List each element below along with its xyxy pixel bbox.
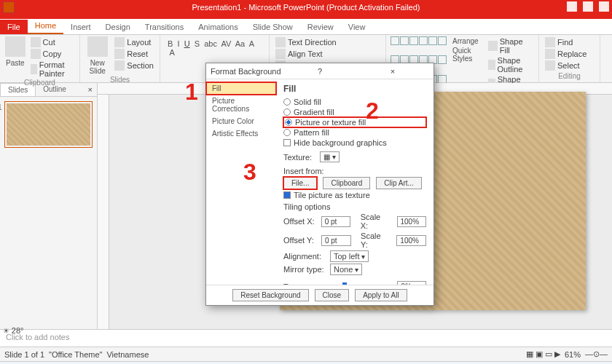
ribbon-tabs: File Home Insert Design Transitions Anim… xyxy=(0,19,612,35)
radio-gradient[interactable] xyxy=(283,108,291,116)
outline-icon xyxy=(488,60,495,70)
tab-transitions[interactable]: Transitions xyxy=(138,20,191,34)
text-direction-icon xyxy=(275,37,286,47)
section-icon xyxy=(114,60,125,71)
notes-pane[interactable]: Click to add notes xyxy=(0,329,612,347)
dialog-close-button[interactable]: × xyxy=(356,67,429,76)
align-text-button[interactable]: Align Text xyxy=(274,48,381,60)
file-button[interactable]: File... xyxy=(283,177,317,189)
tab-insert[interactable]: Insert xyxy=(63,20,98,34)
tab-design[interactable]: Design xyxy=(98,20,138,34)
zoom-level[interactable]: 61% xyxy=(565,350,581,359)
tab-home[interactable]: Home xyxy=(28,18,63,34)
status-bar: Slide 1 of 1 "Office Theme" Vietnamese ▦… xyxy=(0,347,612,361)
dialog-content: Fill Solid fill Gradient fill Picture or… xyxy=(276,79,434,285)
fill-icon xyxy=(488,41,498,51)
tab-review[interactable]: Review xyxy=(300,20,341,34)
replace-button[interactable]: Replace xyxy=(544,48,595,60)
window-title: Presentation1 - Microsoft PowerPoint (Pr… xyxy=(192,3,420,12)
offset-y-input[interactable]: 0 pt xyxy=(321,235,351,246)
alignment-select[interactable]: Top left ▾ xyxy=(330,250,369,262)
select-button[interactable]: Select xyxy=(544,60,595,71)
shape-fill-button[interactable]: Shape Fill xyxy=(487,36,534,55)
thumbnail-preview xyxy=(7,103,90,146)
theme-name: "Office Theme" xyxy=(49,350,102,359)
callout-3: 3 xyxy=(243,159,256,186)
reset-button[interactable]: Reset xyxy=(113,48,155,60)
find-button[interactable]: Find xyxy=(544,36,595,48)
copy-icon xyxy=(31,49,41,59)
callout-2: 2 xyxy=(366,98,379,124)
window-titlebar: Presentation1 - Microsoft PowerPoint (Pr… xyxy=(0,0,612,15)
tab-view[interactable]: View xyxy=(341,20,373,34)
scale-x-input[interactable]: 100% xyxy=(397,216,426,227)
paste-button[interactable]: Paste xyxy=(4,58,26,68)
radio-solid[interactable] xyxy=(283,98,291,106)
reset-background-button[interactable]: Reset Background xyxy=(232,289,308,301)
vertical-ruler xyxy=(98,95,109,329)
language[interactable]: Vietnamese xyxy=(106,350,149,359)
group-label: Clipboard xyxy=(4,79,75,87)
fill-heading: Fill xyxy=(283,84,426,94)
text-direction-button[interactable]: Text Direction xyxy=(274,36,381,48)
tab-file[interactable]: File xyxy=(0,20,28,34)
offset-x-input[interactable]: 0 pt xyxy=(321,216,350,227)
check-hide-graphics[interactable] xyxy=(283,139,291,146)
arrange-button[interactable]: Arrange xyxy=(451,36,482,46)
layout-icon xyxy=(114,37,125,47)
nav-artistic-effects[interactable]: Artistic Effects xyxy=(206,127,276,140)
copy-button[interactable]: Copy xyxy=(29,48,75,60)
clipboard-button[interactable]: Clipboard xyxy=(323,177,370,189)
check-tile[interactable] xyxy=(283,191,291,199)
format-background-dialog: Format Background ? × Fill Picture Corre… xyxy=(205,63,434,306)
radio-pattern[interactable] xyxy=(283,129,291,136)
format-painter-button[interactable]: Format Painter xyxy=(29,60,75,79)
find-icon xyxy=(545,37,555,47)
clipart-button[interactable]: Clip Art... xyxy=(376,177,422,189)
radio-picture-texture[interactable] xyxy=(285,119,292,126)
scale-y-input[interactable]: 100% xyxy=(396,235,426,246)
nav-fill[interactable]: Fill xyxy=(206,82,276,95)
callout-1: 1 xyxy=(185,79,198,106)
windows-taskbar: 🔍Search ^ ENG INTL 📶 🔊 🔋 12:3 12/06 xyxy=(0,361,612,364)
cut-button[interactable]: Cut xyxy=(29,36,75,48)
close-dialog-button[interactable]: Close xyxy=(315,289,350,301)
minimize-button[interactable] xyxy=(567,1,577,12)
weather-widget[interactable]: ☀ 28° xyxy=(3,326,23,335)
texture-picker[interactable]: ▦ ▾ xyxy=(320,151,340,162)
dialog-titlebar[interactable]: Format Background ? × xyxy=(206,63,434,79)
paste-icon[interactable] xyxy=(5,36,26,57)
align-icon xyxy=(275,49,286,59)
new-slide-button[interactable]: New Slide xyxy=(85,58,110,76)
panel-close-icon[interactable]: × xyxy=(84,83,97,96)
mirror-select[interactable]: None ▾ xyxy=(330,264,362,275)
view-buttons[interactable]: ▦ ▣ ▭ ▶ xyxy=(526,349,560,359)
quick-styles-button[interactable]: Quick Styles xyxy=(451,46,482,63)
nav-picture-color[interactable]: Picture Color xyxy=(206,115,276,127)
close-button[interactable] xyxy=(599,1,609,12)
select-icon xyxy=(545,60,555,71)
zoom-slider[interactable]: —⊙— xyxy=(585,349,608,359)
help-button[interactable]: ? xyxy=(283,67,356,76)
section-button[interactable]: Section xyxy=(113,60,155,71)
brush-icon xyxy=(31,64,37,74)
tab-animations[interactable]: Animations xyxy=(191,20,245,34)
new-slide-icon[interactable] xyxy=(87,36,108,57)
nav-picture-corrections[interactable]: Picture Corrections xyxy=(206,95,276,115)
scissors-icon xyxy=(31,37,41,47)
tab-slideshow[interactable]: Slide Show xyxy=(246,20,300,34)
shape-outline-button[interactable]: Shape Outline xyxy=(487,55,534,74)
apply-all-button[interactable]: Apply to All xyxy=(355,289,407,301)
slide-thumbnail[interactable]: 1 xyxy=(4,101,93,148)
slide-count: Slide 1 of 1 xyxy=(4,350,44,359)
maximize-button[interactable] xyxy=(583,1,593,12)
dialog-nav: Fill Picture Corrections Picture Color A… xyxy=(206,79,276,285)
slide-number: 1 xyxy=(0,103,2,111)
reset-icon xyxy=(114,49,125,59)
replace-icon xyxy=(545,49,555,59)
group-label: Editing xyxy=(544,72,595,81)
dialog-title: Format Background xyxy=(211,67,283,76)
transparency-input[interactable]: 0% xyxy=(397,281,426,285)
app-icon xyxy=(3,1,15,13)
layout-button[interactable]: Layout xyxy=(113,36,155,48)
